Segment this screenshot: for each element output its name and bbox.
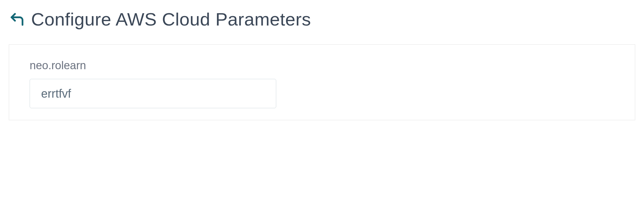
page-title: Configure AWS Cloud Parameters	[31, 9, 311, 30]
parameters-panel: neo.rolearn	[9, 44, 635, 120]
neo-rolearn-input[interactable]	[30, 79, 276, 108]
page-header: Configure AWS Cloud Parameters	[9, 9, 635, 30]
field-neo-rolearn: neo.rolearn	[30, 59, 614, 108]
field-label: neo.rolearn	[30, 59, 614, 72]
back-icon[interactable]	[9, 11, 25, 28]
